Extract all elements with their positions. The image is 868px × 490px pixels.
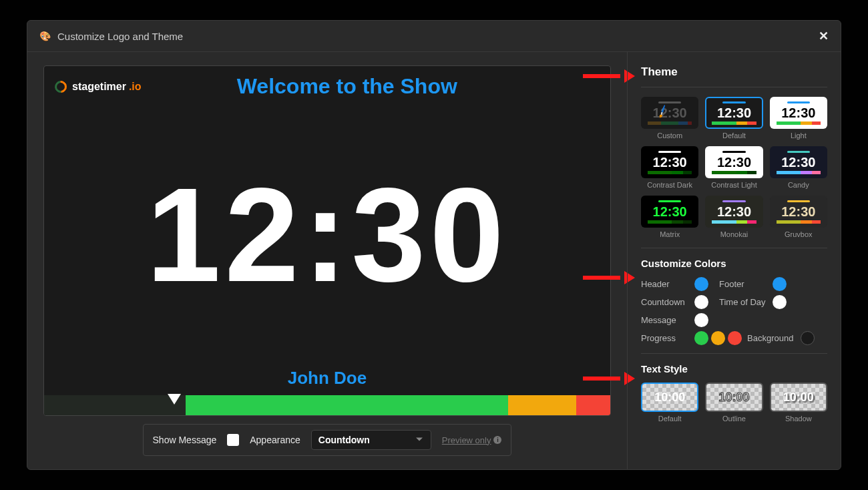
preview-headline: Welcome to the Show (95, 74, 600, 99)
theme-swatch: 12:30 (770, 146, 827, 178)
theme-swatch: 12:30 (705, 146, 763, 178)
theme-label: Matrix (641, 230, 698, 238)
preview-time: 12:30 (44, 101, 610, 368)
textstyle-grid: 10:00 Default 10:00 Outline 10:00 Shadow (641, 383, 827, 423)
color-swatch-progress-2[interactable] (711, 331, 725, 345)
theme-grid: 🖌️ 12:30 Custom 12:30 Default (641, 97, 827, 238)
color-swatch-countdown[interactable] (694, 295, 708, 309)
theme-label: Contrast Dark (641, 181, 698, 189)
theme-time: 12:30 (653, 204, 687, 220)
theme-swatch: 12:30 (705, 196, 763, 228)
theme-option-monokai[interactable]: 12:30 Monokai (705, 196, 763, 238)
textstyle-swatch: 10:00 (641, 383, 698, 412)
textstyle-section-title: Text Style (641, 363, 827, 375)
appearance-value: Countdown (318, 435, 370, 445)
color-rows: Header Footer Countdown Time of Day Mess… (641, 277, 827, 345)
textstyle-option-default[interactable]: 10:00 Default (641, 383, 698, 423)
theme-time: 12:30 (717, 204, 751, 220)
textstyle-label: Shadow (770, 415, 827, 423)
theme-label: Gruvbox (770, 230, 827, 238)
theme-time: 12:30 (781, 155, 815, 170)
color-label-timeofday: Time of Day (719, 297, 773, 307)
preview-column: stagetimer.io Welcome to the Show 12:30 … (27, 52, 627, 469)
color-label-message: Message (641, 315, 694, 325)
color-label-header: Header (641, 279, 694, 289)
modal-body: stagetimer.io Welcome to the Show 12:30 … (27, 52, 841, 469)
theme-option-default[interactable]: 12:30 Default (705, 97, 763, 140)
textstyle-sample: 10:00 (718, 391, 749, 405)
textstyle-swatch: 10:00 (770, 383, 827, 412)
preview-progress-bar (44, 395, 610, 415)
theme-option-light[interactable]: 12:30 Light (770, 97, 827, 140)
theme-swatch: 12:30 (641, 146, 698, 178)
textstyle-option-shadow[interactable]: 10:00 Shadow (770, 383, 827, 423)
colors-section-title: Customize Colors (641, 258, 827, 269)
theme-section-title: Theme (641, 65, 827, 79)
show-message-checkbox[interactable] (227, 434, 239, 446)
theme-swatch: 12:30 (705, 97, 763, 129)
textstyle-sample: 10:00 (783, 391, 814, 405)
theme-label: Monokai (705, 230, 763, 238)
textstyle-option-outline[interactable]: 10:00 Outline (705, 383, 763, 423)
modal-header: 🎨 Customize Logo and Theme ✕ (27, 21, 841, 52)
color-swatch-progress-1[interactable] (694, 331, 708, 345)
color-swatch-footer[interactable] (773, 277, 787, 291)
palette-icon: 🎨 (39, 31, 51, 41)
color-swatch-message[interactable] (694, 313, 708, 327)
progress-segment-orange (508, 395, 576, 415)
settings-column: Theme 🖌️ 12:30 Custom 12:30 (627, 52, 841, 469)
preview-only-link[interactable]: Preview only i (442, 435, 502, 445)
theme-swatch: 12:30 (770, 97, 827, 129)
divider (641, 87, 827, 87)
theme-label: Candy (770, 181, 827, 189)
progress-marker-icon (168, 394, 181, 405)
color-swatch-background[interactable] (801, 331, 815, 345)
preview-header-row: stagetimer.io Welcome to the Show (44, 66, 610, 101)
progress-segment-red (576, 395, 610, 415)
theme-option-contrast-light[interactable]: 12:30 Contrast Light (705, 146, 763, 189)
timer-preview: stagetimer.io Welcome to the Show 12:30 … (43, 65, 611, 416)
color-label-background: Background (747, 333, 801, 343)
divider (641, 248, 827, 248)
textstyle-label: Default (641, 415, 698, 423)
preview-only-label: Preview only (442, 435, 491, 445)
theme-label: Light (770, 132, 827, 140)
info-icon: i (493, 436, 501, 444)
theme-swatch: 12:30 (770, 196, 827, 228)
theme-label: Custom (641, 132, 698, 140)
theme-label: Default (705, 132, 763, 140)
theme-time: 12:30 (717, 155, 751, 170)
color-swatch-timeofday[interactable] (773, 295, 787, 309)
progress-segment-green (186, 395, 508, 415)
textstyle-swatch: 10:00 (705, 383, 763, 412)
color-label-progress: Progress (641, 333, 694, 343)
theme-option-candy[interactable]: 12:30 Candy (770, 146, 827, 189)
theme-time: 12:30 (781, 105, 815, 121)
theme-option-gruvbox[interactable]: 12:30 Gruvbox (770, 196, 827, 238)
theme-time: 12:30 (653, 155, 687, 170)
color-swatch-progress-3[interactable] (728, 331, 742, 345)
logo-spinner-icon (52, 78, 69, 95)
modal-title: Customize Logo and Theme (57, 31, 819, 42)
appearance-label: Appearance (250, 435, 300, 445)
color-swatch-header[interactable] (694, 277, 708, 291)
theme-option-matrix[interactable]: 12:30 Matrix (641, 196, 698, 238)
theme-option-custom[interactable]: 🖌️ 12:30 Custom (641, 97, 698, 140)
appearance-select[interactable]: Countdown (311, 430, 431, 450)
textstyle-label: Outline (705, 415, 763, 423)
close-icon[interactable]: ✕ (819, 29, 829, 43)
theme-swatch: 🖌️ 12:30 (641, 97, 698, 129)
customize-modal: 🎨 Customize Logo and Theme ✕ stagetimer.… (27, 20, 841, 470)
theme-option-contrast-dark[interactable]: 12:30 Contrast Dark (641, 146, 698, 189)
color-label-countdown: Countdown (641, 297, 694, 307)
show-message-label: Show Message (153, 435, 217, 445)
theme-swatch: 12:30 (641, 196, 698, 228)
preview-controls-bar: Show Message Appearance Countdown Previe… (143, 424, 512, 456)
color-label-footer: Footer (719, 279, 773, 289)
divider (641, 353, 827, 354)
preview-footer: John Doe (44, 368, 610, 395)
textstyle-sample: 10:00 (654, 391, 685, 405)
theme-time: 12:30 (781, 204, 815, 220)
theme-label: Contrast Light (705, 181, 763, 189)
theme-time: 12:30 (717, 105, 751, 121)
